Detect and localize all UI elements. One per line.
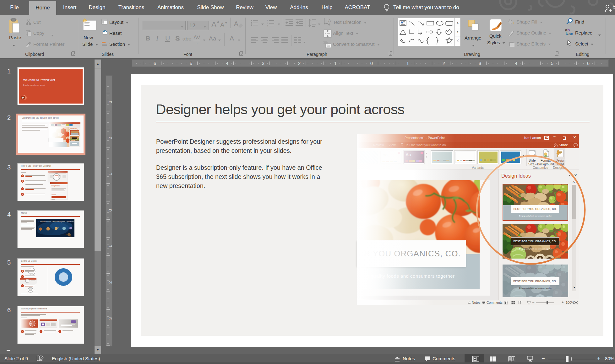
svg-text:A: A <box>401 21 403 24</box>
svg-text:3: 3 <box>267 25 268 27</box>
svg-text:1: 1 <box>267 19 268 22</box>
svg-text:Sh: Sh <box>30 323 32 325</box>
svg-text:P: P <box>22 96 24 99</box>
svg-text:Close Encounters: Early Solar: Close Encounters: Early Solar System Exp… <box>39 221 73 222</box>
svg-text:2: 2 <box>267 22 268 25</box>
svg-text:A: A <box>328 18 331 23</box>
